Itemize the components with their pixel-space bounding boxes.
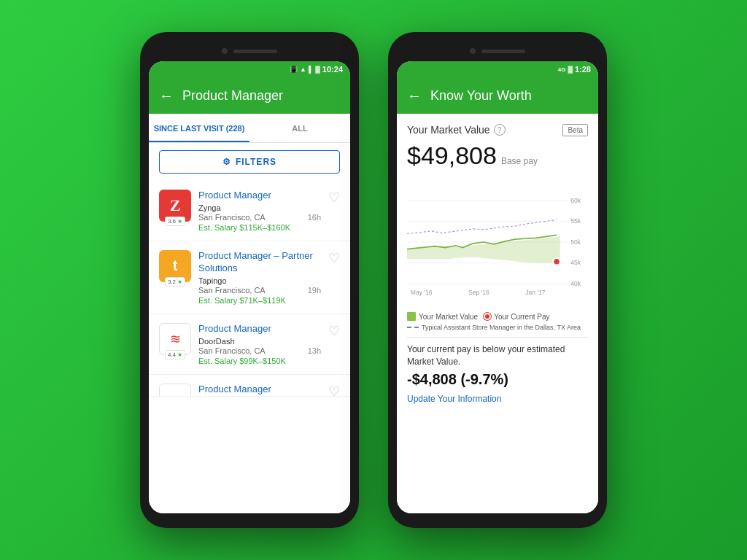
filters-container: ⚙ FILTERS: [149, 143, 350, 181]
battery-icon: ▓: [315, 66, 320, 73]
tapingo-age: 19h: [308, 286, 321, 295]
chart-svg: 60k 55k 50k 45k 40k: [407, 176, 588, 308]
current-pay-dot: [553, 258, 560, 265]
legend-typical: Typical Assistant Store Manager in the D…: [407, 324, 581, 331]
tapingo-actions: ♡: [328, 250, 340, 266]
right-camera: [470, 48, 476, 54]
zynga-company-name: Zynga: [198, 203, 321, 212]
legend-square-icon: [407, 312, 416, 321]
star-icon: ★: [177, 351, 182, 358]
divider: [407, 337, 588, 338]
job-item-partial[interactable]: Product Manager ♡: [149, 375, 350, 397]
doordash-salary: Est. Salary $99K–$150K: [198, 357, 321, 365]
left-back-button[interactable]: ←: [159, 88, 174, 104]
doordash-location: San Francisco, CA: [198, 346, 266, 355]
update-link[interactable]: Update Your Information: [407, 394, 588, 404]
left-notch: [149, 41, 350, 61]
doordash-logo-wrapper: ≋ 4.4 ★: [159, 323, 191, 355]
legend-current-pay: Your Current Pay: [484, 313, 549, 321]
tab-since-last-visit[interactable]: SINCE LAST VISIT (228): [149, 114, 249, 142]
left-camera: [222, 48, 228, 54]
right-time: 1:28: [575, 65, 591, 74]
tapingo-job-info: Product Manager – Partner Solutions Tapi…: [198, 250, 321, 305]
doordash-company-name: DoorDash: [198, 337, 321, 346]
legend-dashed-icon: [407, 327, 419, 328]
left-speaker: [233, 50, 277, 53]
doordash-rating: 4.4 ★: [165, 350, 185, 359]
market-value-label-text: Your Market Value: [407, 124, 490, 136]
right-status-icons: 4G ▓ 1:28: [558, 65, 591, 74]
tapingo-save-icon[interactable]: ♡: [328, 250, 340, 266]
svg-text:40k: 40k: [570, 280, 581, 287]
job-item-zynga[interactable]: Z 3.6 ★ Product Manager Zynga San Franci…: [149, 181, 350, 241]
filter-icon: ⚙: [222, 157, 231, 167]
left-tabs-bar: SINCE LAST VISIT (228) ALL: [149, 114, 350, 143]
right-speaker: [481, 50, 525, 53]
job-item-doordash[interactable]: ≋ 4.4 ★ Product Manager DoorDash San Fra…: [149, 314, 350, 375]
zynga-age: 16h: [308, 213, 321, 222]
lte-icon: 4G: [558, 66, 566, 73]
kyw-content: Your Market Value ? Beta $49,808 Base pa…: [397, 114, 598, 513]
star-icon: ★: [177, 218, 182, 225]
partial-logo: [159, 384, 191, 397]
job-list: Z 3.6 ★ Product Manager Zynga San Franci…: [149, 181, 350, 513]
tapingo-rating: 3.2 ★: [165, 277, 185, 287]
amount-row: $49,808 Base pay: [407, 139, 588, 169]
market-value-amount: $49,808: [407, 142, 497, 169]
below-market-text: Your current pay is below your estimated…: [407, 343, 588, 368]
doordash-job-meta: San Francisco, CA 13h: [198, 346, 321, 355]
tapingo-t-letter: t: [173, 257, 178, 274]
doordash-age: 13h: [308, 346, 321, 355]
signal-icon: ▌: [309, 66, 313, 73]
doordash-save-icon[interactable]: ♡: [328, 323, 340, 339]
star-icon: ★: [177, 279, 182, 285]
left-time: 10:24: [322, 65, 343, 74]
diff-amount: -$4,808 (-9.7%): [407, 371, 588, 388]
doordash-job-info: Product Manager DoorDash San Francisco, …: [198, 323, 321, 365]
legend-market-value: Your Market Value: [407, 312, 478, 321]
zynga-z-letter: Z: [170, 196, 181, 215]
svg-text:Jan '17: Jan '17: [525, 289, 546, 296]
chart-legend: Your Market Value Your Current Pay: [407, 312, 588, 321]
zynga-job-info: Product Manager Zynga San Francisco, CA …: [198, 190, 321, 232]
filters-button[interactable]: ⚙ FILTERS: [159, 150, 340, 174]
right-phone-body: 4G ▓ 1:28 ← Know Your Worth Your Market …: [388, 32, 607, 528]
market-value-chart: 60k 55k 50k 45k 40k: [407, 176, 588, 308]
market-value-header: Your Market Value ? Beta: [407, 124, 588, 136]
wifi-icon: ▲: [300, 66, 306, 73]
zynga-location: San Francisco, CA: [198, 213, 266, 222]
chart-legend-dashed: Typical Assistant Store Manager in the D…: [407, 324, 588, 331]
partial-job-title: Product Manager: [198, 384, 321, 396]
job-item-tapingo[interactable]: t 3.2 ★ Product Manager – Partner Soluti…: [149, 241, 350, 314]
right-header-title: Know Your Worth: [430, 88, 532, 104]
partial-save-icon[interactable]: ♡: [328, 384, 340, 397]
svg-text:45k: 45k: [570, 260, 581, 267]
partial-logo-wrapper: [159, 384, 191, 397]
right-back-button[interactable]: ←: [407, 88, 422, 104]
help-icon[interactable]: ?: [494, 124, 506, 136]
market-value-area: [407, 237, 560, 263]
typical-line: [407, 220, 557, 234]
zynga-save-icon[interactable]: ♡: [328, 190, 340, 206]
tapingo-company-name: Tapingo: [198, 276, 321, 285]
svg-text:60k: 60k: [570, 197, 581, 204]
tapingo-job-meta: San Francisco, CA 19h: [198, 286, 321, 295]
svg-text:May '16: May '16: [411, 289, 433, 296]
zynga-logo-wrapper: Z 3.6 ★: [159, 190, 191, 222]
left-status-icons: 📳 ▲ ▌ ▓ 10:24: [290, 65, 343, 74]
market-value-label-row: Your Market Value ?: [407, 124, 506, 136]
base-pay-label: Base pay: [501, 156, 538, 166]
zynga-job-meta: San Francisco, CA 16h: [198, 213, 321, 222]
right-status-bar: 4G ▓ 1:28: [397, 61, 598, 77]
beta-badge: Beta: [562, 124, 588, 136]
tab-all[interactable]: ALL: [249, 114, 350, 142]
doordash-actions: ♡: [328, 323, 340, 339]
right-app-header: ← Know Your Worth: [397, 77, 598, 114]
tapingo-job-title: Product Manager – Partner Solutions: [198, 250, 321, 275]
right-screen: 4G ▓ 1:28 ← Know Your Worth Your Market …: [397, 61, 598, 513]
zynga-job-title: Product Manager: [198, 190, 321, 202]
right-battery-icon: ▓: [568, 66, 573, 73]
left-phone: 📳 ▲ ▌ ▓ 10:24 ← Product Manager SINCE LA…: [140, 32, 359, 528]
right-notch: [397, 41, 598, 61]
zynga-salary: Est. Salary $115K–$160K: [198, 223, 321, 232]
